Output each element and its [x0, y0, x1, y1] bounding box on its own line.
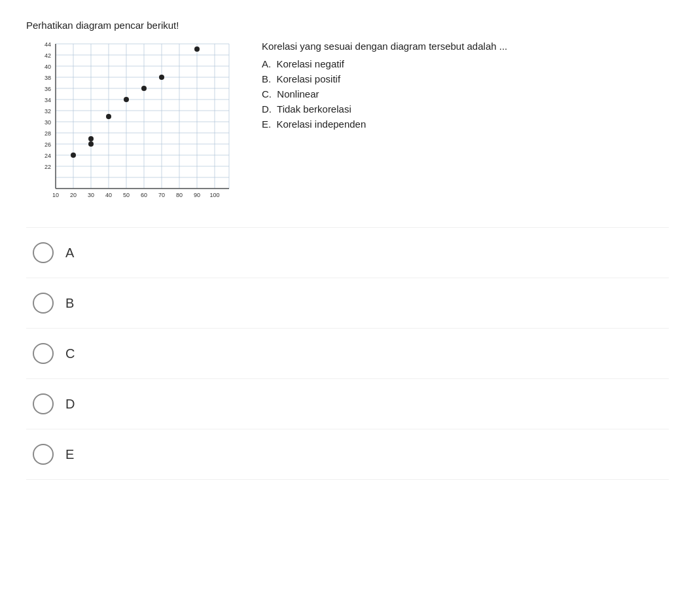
option-a-text: A. Korelasi negatif	[262, 58, 507, 69]
radio-a[interactable]	[33, 242, 54, 263]
svg-point-51	[88, 136, 94, 141]
radio-e[interactable]	[33, 444, 54, 465]
svg-text:30: 30	[88, 192, 94, 198]
answer-label-a: A	[65, 245, 74, 261]
svg-text:36: 36	[45, 86, 51, 92]
question-options-panel: Korelasi yang sesuai dengan diagram ters…	[262, 37, 507, 134]
svg-point-54	[141, 86, 147, 91]
svg-text:44: 44	[45, 41, 51, 48]
svg-point-50	[88, 141, 94, 147]
option-b-text: B. Korelasi positif	[262, 73, 507, 84]
option-d-text: D. Tidak berkorelasi	[262, 103, 507, 115]
answer-label-d: D	[65, 397, 75, 412]
svg-text:40: 40	[45, 63, 51, 70]
answer-label-b: B	[65, 296, 74, 311]
svg-point-49	[71, 153, 76, 158]
svg-point-52	[106, 114, 111, 119]
answer-option-e[interactable]: E	[26, 429, 669, 480]
svg-text:32: 32	[45, 108, 51, 115]
svg-text:42: 42	[45, 52, 51, 59]
svg-point-56	[194, 46, 200, 52]
svg-text:60: 60	[141, 192, 147, 198]
svg-text:34: 34	[45, 97, 51, 103]
svg-text:28: 28	[45, 130, 51, 137]
svg-text:90: 90	[194, 192, 200, 198]
question-text: Korelasi yang sesuai dengan diagram ters…	[262, 41, 507, 52]
svg-text:22: 22	[45, 164, 51, 170]
svg-text:40: 40	[105, 192, 112, 198]
option-e-text: E. Korelasi independen	[262, 118, 507, 130]
svg-text:80: 80	[176, 192, 183, 198]
svg-text:38: 38	[45, 75, 51, 81]
radio-d[interactable]	[33, 393, 54, 414]
answer-option-a[interactable]: A	[26, 227, 669, 278]
option-c-text: C. Nonlinear	[262, 88, 507, 100]
answer-option-c[interactable]: C	[26, 329, 669, 379]
radio-b[interactable]	[33, 293, 54, 314]
question-header: Perhatikan diagram pencar berikut!	[26, 20, 669, 31]
svg-text:10: 10	[52, 192, 59, 198]
svg-text:100: 100	[209, 192, 219, 198]
svg-text:50: 50	[123, 192, 130, 198]
answer-options: A B C D E	[26, 227, 669, 480]
svg-text:70: 70	[158, 192, 165, 198]
svg-text:20: 20	[70, 192, 77, 198]
answer-option-b[interactable]: B	[26, 278, 669, 329]
svg-text:30: 30	[45, 119, 51, 126]
radio-c[interactable]	[33, 343, 54, 364]
scatter-chart: 44 42 40 38 36 34 32 30 28 26 24 22 10 2…	[26, 37, 236, 208]
answer-label-c: C	[65, 346, 75, 361]
answer-option-d[interactable]: D	[26, 379, 669, 429]
svg-text:26: 26	[45, 141, 51, 148]
svg-point-53	[124, 97, 129, 102]
answer-label-e: E	[65, 447, 74, 462]
svg-point-55	[159, 75, 164, 80]
svg-text:24: 24	[45, 153, 51, 159]
